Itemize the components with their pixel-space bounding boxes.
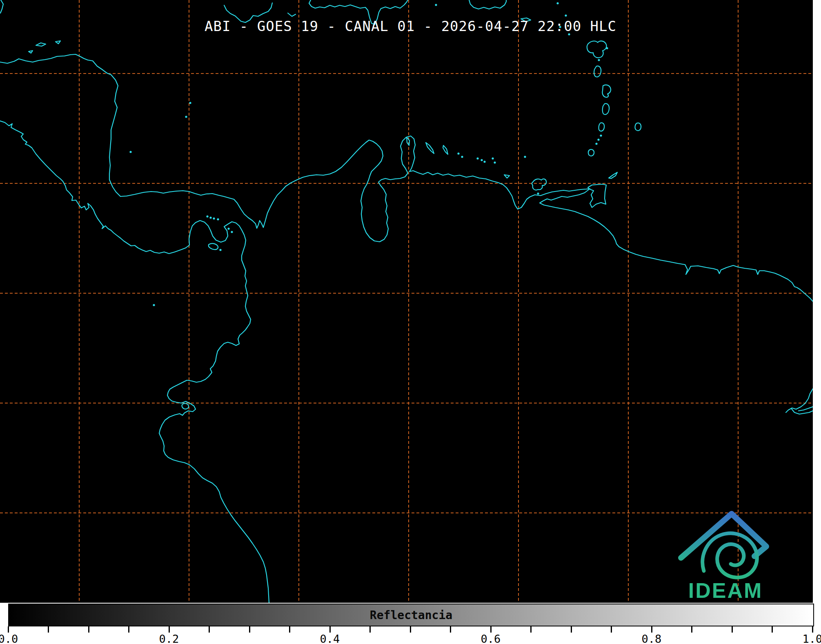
- colorbar-tick: [812, 626, 813, 633]
- coastline-path: [288, 13, 296, 16]
- island-dot: [153, 304, 155, 306]
- colorbar-tick-label: 0.8: [635, 633, 668, 644]
- coastline-path: [532, 179, 546, 190]
- colorbar-tick: [611, 626, 612, 633]
- colorbar-tick: [410, 626, 411, 633]
- island-dot: [231, 231, 233, 233]
- coastline-path: [594, 66, 601, 77]
- coastline-path: [786, 389, 813, 412]
- island-dot: [213, 217, 215, 219]
- island-dot: [483, 160, 485, 163]
- island-dot: [185, 116, 187, 118]
- colorbar-tick: [209, 626, 210, 633]
- island-dot: [435, 4, 437, 6]
- logo-text: IDEAM: [688, 579, 763, 602]
- reflectance-colorbar: Reflectancia: [8, 604, 814, 626]
- island-dot: [492, 157, 494, 159]
- colorbar-tick: [289, 626, 290, 633]
- colorbar-tick-label: 0.6: [474, 633, 507, 644]
- colorbar-tick: [530, 626, 532, 633]
- colorbar-tick: [48, 626, 49, 633]
- island-dot: [494, 161, 496, 163]
- island-dot: [595, 143, 597, 145]
- coastline-path: [588, 149, 594, 156]
- coastline-path: [504, 175, 510, 178]
- coastline-path: [603, 104, 609, 115]
- colorbar-tick: [369, 626, 371, 633]
- satellite-image-page: IDEAM ABI - GOES 19 - CANAL 01 - 2026-04…: [0, 0, 821, 644]
- island-dot: [606, 47, 608, 49]
- coastline-path: [182, 403, 189, 409]
- colorbar-tick: [329, 626, 331, 633]
- colorbar-tick: [772, 626, 773, 633]
- coastline-path: [587, 41, 607, 58]
- map-canvas: IDEAM: [0, 0, 813, 603]
- island-dot: [597, 138, 599, 140]
- island-dot: [556, 2, 558, 4]
- island-dot: [457, 152, 459, 154]
- coastline-path: [426, 143, 434, 154]
- colorbar-tick: [249, 626, 250, 633]
- colorbar-tick: [169, 626, 170, 633]
- island-dot: [217, 218, 219, 220]
- ideam-logo: IDEAM: [681, 514, 766, 602]
- coastline-path: [0, 0, 3, 13]
- island-dot: [598, 59, 600, 61]
- island-dot: [219, 249, 221, 251]
- coastline-path: [469, 0, 506, 9]
- latlon-grid: [0, 0, 813, 603]
- colorbar-tick: [88, 626, 89, 633]
- coastline-path: [791, 408, 813, 414]
- colorbar-tick: [128, 626, 129, 633]
- coastline-path: [0, 54, 813, 301]
- colorbar-tick: [691, 626, 692, 633]
- island-dot: [537, 192, 539, 194]
- island-dot: [189, 102, 191, 104]
- map-title: ABI - GOES 19 - CANAL 01 - 2026-04-27 22…: [0, 18, 813, 34]
- coastline-path: [609, 172, 617, 178]
- logo-spiral-icon: [703, 533, 757, 577]
- island-dots: [129, 2, 608, 306]
- coastline-path: [443, 145, 448, 154]
- coastline-path: [29, 51, 33, 53]
- island-dot: [461, 156, 463, 158]
- coastline-path: [36, 43, 46, 46]
- colorbar-tick: [490, 626, 492, 633]
- island-dot: [206, 215, 208, 217]
- coastline-path: [209, 243, 218, 250]
- island-dot: [600, 134, 602, 136]
- coastline-path: [56, 41, 60, 44]
- island-dot: [227, 227, 229, 230]
- colorbar-tick-label: 1.0: [796, 633, 821, 644]
- island-dot: [524, 156, 526, 158]
- island-dot: [129, 151, 131, 153]
- colorbar-label: Reflectancia: [9, 608, 813, 622]
- colorbar-tick: [571, 626, 572, 633]
- colorbar-tick-label: 0.2: [153, 633, 185, 644]
- colorbar-tick-label: 0.0: [0, 633, 24, 644]
- coastlines: [0, 0, 813, 603]
- island-dot: [209, 216, 211, 218]
- colorbar-tick-label: 0.4: [314, 633, 346, 644]
- coastline-path: [602, 85, 611, 97]
- colorbar-tick: [8, 626, 9, 633]
- colorbar-tick: [732, 626, 733, 633]
- coastline-path: [0, 121, 269, 603]
- coastline-path: [588, 184, 606, 207]
- island-dot: [476, 157, 478, 159]
- colorbar-tick: [651, 626, 652, 633]
- island-dot: [481, 159, 483, 161]
- coastline-path: [599, 123, 605, 131]
- coastline-path: [635, 123, 641, 131]
- satellite-map: IDEAM ABI - GOES 19 - CANAL 01 - 2026-04…: [0, 0, 813, 603]
- colorbar-tick: [450, 626, 451, 633]
- island-dot: [565, 14, 567, 16]
